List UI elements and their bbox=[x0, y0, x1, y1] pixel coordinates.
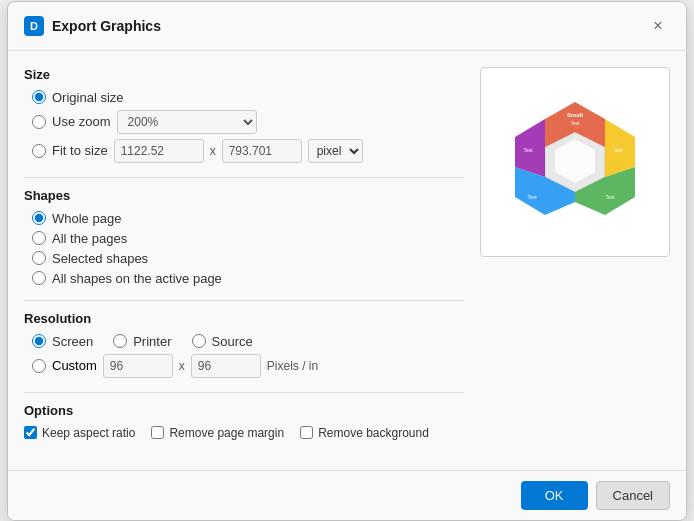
preview-area: Small Text Text Text Text Text Text bbox=[480, 67, 670, 257]
title-bar: D Export Graphics × bbox=[8, 2, 686, 51]
options-section: Options Keep aspect ratio Remove page ma… bbox=[24, 403, 464, 440]
right-panel: Small Text Text Text Text Text Text bbox=[480, 67, 670, 454]
pixels-label: Pixels / in bbox=[267, 359, 318, 373]
all-pages-row: All the pages bbox=[32, 231, 464, 246]
fit-height-input[interactable] bbox=[222, 139, 302, 163]
printer-label[interactable]: Printer bbox=[133, 334, 171, 349]
whole-page-label[interactable]: Whole page bbox=[52, 211, 121, 226]
svg-text:Text: Text bbox=[570, 120, 580, 126]
svg-text:Small: Small bbox=[567, 112, 583, 118]
source-radio[interactable] bbox=[192, 334, 206, 348]
custom-label[interactable]: Custom bbox=[52, 358, 97, 373]
shapes-section-content: Whole page All the pages Selected shapes… bbox=[24, 211, 464, 286]
remove-bg-checkbox[interactable] bbox=[300, 426, 313, 439]
ok-button[interactable]: OK bbox=[521, 481, 588, 510]
dialog-footer: OK Cancel bbox=[8, 470, 686, 520]
all-active-label[interactable]: All shapes on the active page bbox=[52, 271, 222, 286]
remove-bg-item: Remove background bbox=[300, 426, 429, 440]
resolution-section: Resolution Screen Printer So bbox=[24, 311, 464, 378]
remove-margin-checkbox[interactable] bbox=[151, 426, 164, 439]
all-active-row: All shapes on the active page bbox=[32, 271, 464, 286]
zoom-select[interactable]: 100%150%200%300%400% bbox=[117, 110, 257, 134]
svg-text:Text: Text bbox=[613, 147, 623, 153]
fit-width-input[interactable] bbox=[114, 139, 204, 163]
dialog-body: Size Original size Use zoom 100%150%200%… bbox=[8, 51, 686, 470]
use-zoom-row: Use zoom 100%150%200%300%400% bbox=[32, 110, 464, 134]
resolution-title: Resolution bbox=[24, 311, 464, 326]
resolution-radio-row: Screen Printer Source bbox=[32, 334, 464, 349]
export-graphics-dialog: D Export Graphics × Size Original size U… bbox=[7, 1, 687, 521]
left-panel: Size Original size Use zoom 100%150%200%… bbox=[24, 67, 464, 454]
options-row: Keep aspect ratio Remove page margin Rem… bbox=[24, 426, 464, 440]
fit-to-size-radio[interactable] bbox=[32, 144, 46, 158]
screen-radio[interactable] bbox=[32, 334, 46, 348]
close-button[interactable]: × bbox=[646, 14, 670, 38]
resolution-content: Screen Printer Source Custom bbox=[24, 334, 464, 378]
svg-text:Text: Text bbox=[527, 194, 537, 200]
custom-row: Custom x Pixels / in bbox=[32, 354, 464, 378]
whole-page-radio[interactable] bbox=[32, 211, 46, 225]
original-size-row: Original size bbox=[32, 90, 464, 105]
title-bar-left: D Export Graphics bbox=[24, 16, 161, 36]
svg-text:Text: Text bbox=[523, 147, 533, 153]
custom-x-sep: x bbox=[179, 359, 185, 373]
shapes-section: Shapes Whole page All the pages Selected… bbox=[24, 188, 464, 286]
printer-radio[interactable] bbox=[113, 334, 127, 348]
app-icon: D bbox=[24, 16, 44, 36]
custom-x-input[interactable] bbox=[103, 354, 173, 378]
fit-to-size-label[interactable]: Fit to size bbox=[52, 143, 108, 158]
all-pages-radio[interactable] bbox=[32, 231, 46, 245]
screen-label[interactable]: Screen bbox=[52, 334, 93, 349]
use-zoom-radio[interactable] bbox=[32, 115, 46, 129]
keep-aspect-item: Keep aspect ratio bbox=[24, 426, 135, 440]
source-row: Source bbox=[192, 334, 253, 349]
whole-page-row: Whole page bbox=[32, 211, 464, 226]
screen-row: Screen bbox=[32, 334, 93, 349]
selected-shapes-label[interactable]: Selected shapes bbox=[52, 251, 148, 266]
custom-radio[interactable] bbox=[32, 359, 46, 373]
cancel-button[interactable]: Cancel bbox=[596, 481, 670, 510]
selected-shapes-row: Selected shapes bbox=[32, 251, 464, 266]
size-section: Size Original size Use zoom 100%150%200%… bbox=[24, 67, 464, 163]
use-zoom-label[interactable]: Use zoom bbox=[52, 114, 111, 129]
shapes-section-title: Shapes bbox=[24, 188, 464, 203]
custom-y-input[interactable] bbox=[191, 354, 261, 378]
source-label[interactable]: Source bbox=[212, 334, 253, 349]
size-section-title: Size bbox=[24, 67, 464, 82]
dialog-title: Export Graphics bbox=[52, 18, 161, 34]
keep-aspect-checkbox[interactable] bbox=[24, 426, 37, 439]
size-section-content: Original size Use zoom 100%150%200%300%4… bbox=[24, 90, 464, 163]
x-separator: x bbox=[210, 144, 216, 158]
preview-svg: Small Text Text Text Text Text Text bbox=[500, 87, 650, 237]
all-pages-label[interactable]: All the pages bbox=[52, 231, 127, 246]
printer-row: Printer bbox=[113, 334, 171, 349]
all-active-radio[interactable] bbox=[32, 271, 46, 285]
keep-aspect-label[interactable]: Keep aspect ratio bbox=[42, 426, 135, 440]
remove-bg-label[interactable]: Remove background bbox=[318, 426, 429, 440]
remove-margin-item: Remove page margin bbox=[151, 426, 284, 440]
options-title: Options bbox=[24, 403, 464, 418]
remove-margin-label[interactable]: Remove page margin bbox=[169, 426, 284, 440]
svg-text:Text: Text bbox=[570, 207, 580, 213]
svg-text:Text: Text bbox=[605, 194, 615, 200]
unit-select[interactable]: pixelmmcminch bbox=[308, 139, 363, 163]
selected-shapes-radio[interactable] bbox=[32, 251, 46, 265]
original-size-label[interactable]: Original size bbox=[52, 90, 124, 105]
fit-to-size-row: Fit to size x pixelmmcminch bbox=[32, 139, 464, 163]
original-size-radio[interactable] bbox=[32, 90, 46, 104]
